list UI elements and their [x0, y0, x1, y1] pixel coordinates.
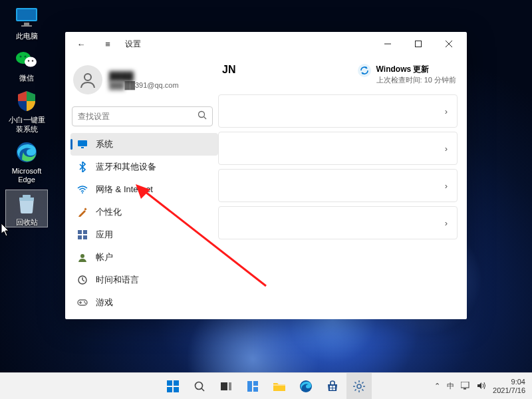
- search-input[interactable]: [78, 112, 198, 121]
- network-icon: [77, 184, 88, 195]
- svg-line-18: [204, 117, 207, 120]
- settings-window: ← ≡ 设置 ████ █████391@qq.com: [65, 32, 467, 319]
- settings-card[interactable]: ›: [218, 206, 458, 239]
- system-tray: ⌃ 中 9:04 2021/7/16: [434, 378, 532, 394]
- svg-line-62: [355, 389, 356, 390]
- svg-point-21: [82, 192, 83, 194]
- nav-item-apps[interactable]: 应用: [70, 223, 218, 246]
- nav-item-bluetooth[interactable]: 蓝牙和其他设备: [70, 156, 218, 178]
- maximize-button[interactable]: [403, 32, 434, 56]
- taskbar-center: [160, 373, 372, 400]
- desktop-icon-edge[interactable]: Microsoft Edge: [5, 139, 48, 184]
- desktop-icon-wechat[interactable]: 微信: [5, 46, 48, 82]
- update-sub: 上次检查时间: 10 分钟前: [376, 75, 456, 85]
- clock[interactable]: 9:04 2021/7/16: [493, 378, 525, 394]
- nav-item-accounts[interactable]: 帐户: [70, 246, 218, 269]
- task-view-button[interactable]: [213, 373, 239, 400]
- svg-rect-65: [464, 388, 466, 390]
- svg-rect-23: [78, 230, 82, 234]
- chevron-right-icon: ›: [445, 144, 448, 154]
- edge-icon: [13, 139, 40, 166]
- user-email: █████391@qq.com: [109, 81, 179, 89]
- date: 2021/7/16: [493, 386, 525, 394]
- nav-item-time[interactable]: 时间和语言: [70, 269, 218, 291]
- nav-label: 个性化: [96, 206, 122, 218]
- svg-point-27: [80, 254, 84, 258]
- taskbar-search[interactable]: [187, 373, 212, 400]
- window-title: 设置: [125, 39, 141, 50]
- svg-rect-2: [24, 23, 29, 25]
- chevron-right-icon: ›: [445, 106, 448, 116]
- nav: 系统蓝牙和其他设备网络 & Internet个性化应用帐户时间和语言游戏辅助功能: [70, 133, 218, 319]
- svg-line-61: [362, 389, 363, 390]
- icon-label: 此电脑: [5, 32, 48, 41]
- nav-item-system[interactable]: 系统: [70, 133, 218, 156]
- nav-item-personalize[interactable]: 个性化: [70, 201, 218, 223]
- svg-rect-53: [330, 388, 332, 390]
- main-content: JN Windows 更新 上次检查时间: 10 分钟前 › › › ›: [218, 56, 467, 319]
- bluetooth-icon: [77, 162, 88, 172]
- nav-item-accessibility[interactable]: 辅助功能: [70, 314, 218, 319]
- svg-line-30: [82, 280, 84, 281]
- svg-point-5: [25, 57, 37, 67]
- network-icon[interactable]: [461, 382, 470, 391]
- settings-card[interactable]: ›: [218, 132, 458, 165]
- tray-chevron-up-icon[interactable]: ⌃: [434, 382, 440, 390]
- desktop-icon-recycle-bin[interactable]: 回收站: [5, 190, 48, 227]
- nav-item-gaming[interactable]: 游戏: [70, 291, 218, 314]
- svg-rect-45: [229, 382, 231, 390]
- gaming-icon: [77, 297, 88, 308]
- svg-point-6: [20, 56, 22, 58]
- settings-card[interactable]: ›: [218, 169, 458, 202]
- store-button[interactable]: [320, 373, 345, 400]
- icon-label: 微信: [5, 74, 48, 82]
- settings-card[interactable]: ›: [218, 94, 458, 128]
- user-block[interactable]: ████ █████391@qq.com: [70, 61, 218, 104]
- svg-rect-51: [330, 386, 332, 388]
- menu-button[interactable]: ≡: [94, 32, 121, 56]
- svg-rect-24: [83, 230, 87, 234]
- cursor-icon: [1, 223, 11, 237]
- svg-rect-47: [253, 381, 258, 386]
- settings-button[interactable]: [346, 373, 372, 400]
- sidebar: ████ █████391@qq.com 系统蓝牙和其他设备网络 & Inter…: [65, 56, 218, 319]
- svg-rect-38: [167, 380, 172, 386]
- time-icon: [77, 275, 88, 285]
- edge-button[interactable]: [293, 373, 319, 400]
- nav-label: 应用: [96, 229, 113, 241]
- shield-icon: [13, 88, 40, 114]
- svg-point-16: [84, 74, 91, 80]
- desktop-icon-this-pc[interactable]: 此电脑: [5, 4, 48, 41]
- desktop-icons: 此电脑 微信 小白一键重装系统 Microsoft Edge 回收站: [5, 4, 48, 233]
- svg-point-55: [357, 384, 361, 388]
- explorer-button[interactable]: [267, 373, 292, 400]
- recycle-bin-icon: [13, 190, 40, 217]
- svg-rect-41: [174, 387, 179, 392]
- icon-label: 回收站: [6, 218, 47, 227]
- svg-line-43: [201, 388, 204, 391]
- windows-update-card[interactable]: Windows 更新 上次检查时间: 10 分钟前: [358, 64, 456, 85]
- ime-indicator[interactable]: 中: [447, 381, 454, 391]
- search-icon: [198, 110, 207, 122]
- start-button[interactable]: [160, 373, 186, 400]
- accounts-icon: [77, 252, 88, 263]
- nav-item-network[interactable]: 网络 & Internet: [70, 178, 218, 201]
- taskbar: ⌃ 中 9:04 2021/7/16: [0, 372, 532, 399]
- volume-icon[interactable]: [477, 382, 486, 391]
- svg-rect-22: [84, 207, 86, 210]
- avatar: [73, 65, 102, 94]
- close-button[interactable]: [434, 32, 464, 56]
- desktop-icon-xiaobai[interactable]: 小白一键重装系统: [5, 88, 48, 133]
- svg-point-8: [28, 60, 29, 61]
- back-button[interactable]: ←: [68, 32, 94, 56]
- widgets-button[interactable]: [240, 373, 265, 400]
- svg-rect-20: [81, 147, 84, 148]
- svg-rect-46: [247, 381, 252, 392]
- search-box[interactable]: [72, 106, 213, 126]
- minimize-button[interactable]: [372, 32, 403, 56]
- system-icon: [77, 139, 88, 150]
- monitor-icon: [13, 4, 40, 31]
- svg-rect-64: [461, 382, 469, 388]
- svg-rect-13: [416, 41, 422, 47]
- svg-rect-44: [221, 382, 227, 390]
